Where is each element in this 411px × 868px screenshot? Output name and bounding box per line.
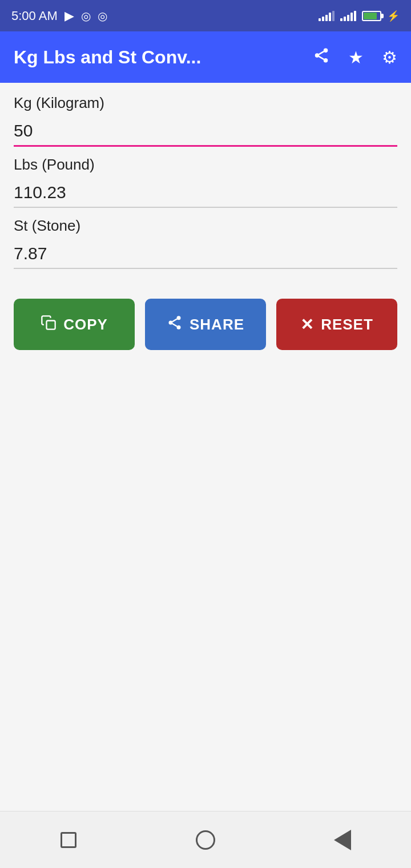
settings-icon[interactable]: ⚙ <box>382 47 397 67</box>
charging-icon: ⚡ <box>387 10 400 22</box>
st-field-group: St (Stone) <box>14 217 397 269</box>
svg-line-3 <box>319 56 324 59</box>
kg-label: Kg (Kilogram) <box>14 94 397 112</box>
svg-rect-5 <box>47 320 55 329</box>
kg-field-group: Kg (Kilogram) <box>14 94 397 147</box>
buttons-row: COPY SHARE ✕ RESET <box>14 299 397 350</box>
reset-button[interactable]: ✕ RESET <box>276 299 397 350</box>
copy-label: COPY <box>63 316 108 333</box>
svg-line-4 <box>319 51 324 54</box>
svg-line-10 <box>172 319 177 322</box>
nav-home-button[interactable] <box>188 823 223 857</box>
svg-point-2 <box>324 58 328 63</box>
svg-point-7 <box>168 320 172 324</box>
notification-icon-1: ◎ <box>81 9 91 23</box>
main-content: Kg (Kilogram) Lbs (Pound) St (Stone) COP… <box>0 83 411 811</box>
home-icon <box>196 830 215 850</box>
st-input[interactable] <box>14 239 397 269</box>
status-bar-right: ⚡ <box>319 10 400 22</box>
signal-icon-1 <box>319 11 335 21</box>
svg-point-6 <box>176 316 180 320</box>
back-icon <box>334 830 351 850</box>
notification-icon-2: ◎ <box>98 9 107 23</box>
nav-recent-button[interactable] <box>51 823 86 857</box>
reset-label: RESET <box>321 316 373 333</box>
reset-icon: ✕ <box>300 315 314 334</box>
lbs-field-group: Lbs (Pound) <box>14 156 397 208</box>
copy-icon <box>41 315 57 335</box>
app-bar: Kg Lbs and St Conv... ★ ⚙ <box>0 31 411 83</box>
share-icon[interactable] <box>313 47 330 68</box>
favorite-icon[interactable]: ★ <box>348 47 364 67</box>
play-icon: ▶ <box>65 9 74 23</box>
share-button[interactable]: SHARE <box>145 299 266 350</box>
kg-input[interactable] <box>14 116 397 147</box>
status-bar-left: 5:00 AM ▶ ◎ ◎ <box>11 9 107 23</box>
status-time: 5:00 AM <box>11 9 58 23</box>
svg-point-8 <box>176 325 180 329</box>
signal-icon-2 <box>340 11 356 21</box>
nav-bar <box>0 811 411 868</box>
copy-button[interactable]: COPY <box>14 299 135 350</box>
app-title: Kg Lbs and St Conv... <box>14 47 301 68</box>
app-bar-icons: ★ ⚙ <box>313 47 397 68</box>
recent-icon <box>61 832 76 848</box>
svg-point-1 <box>315 53 320 58</box>
share-btn-icon <box>167 315 183 335</box>
empty-space <box>14 350 397 799</box>
status-bar: 5:00 AM ▶ ◎ ◎ ⚡ <box>0 0 411 31</box>
svg-line-9 <box>172 323 177 326</box>
lbs-label: Lbs (Pound) <box>14 156 397 174</box>
battery-icon <box>362 11 381 21</box>
st-label: St (Stone) <box>14 217 397 235</box>
share-label: SHARE <box>190 316 244 333</box>
nav-back-button[interactable] <box>325 823 360 857</box>
lbs-input[interactable] <box>14 178 397 208</box>
svg-point-0 <box>324 48 328 53</box>
